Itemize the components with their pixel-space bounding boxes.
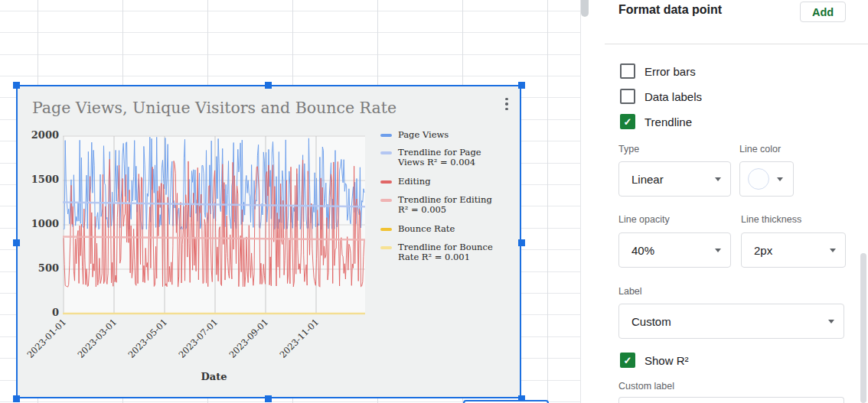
legend-label: Editing <box>398 177 493 187</box>
chart-menu-kebab-icon[interactable] <box>500 94 514 114</box>
legend-item[interactable]: Trendline for Editing R² = 0.005 <box>380 195 493 215</box>
line-thickness-value: 2px <box>754 244 830 257</box>
legend-label: Bounce Rate <box>398 224 493 234</box>
legend-swatch <box>380 246 392 249</box>
trendline-label: Trendline <box>644 115 692 128</box>
error-bars-label: Error bars <box>644 65 696 78</box>
selection-handle[interactable] <box>518 239 525 246</box>
data-labels-checkbox-row[interactable]: Data labels <box>620 89 702 104</box>
legend-swatch <box>380 134 392 137</box>
show-r2-label: Show R² <box>644 354 689 367</box>
line-opacity-dropdown[interactable]: 40% <box>618 232 731 268</box>
selection-handle[interactable] <box>13 239 20 246</box>
selection-handle[interactable] <box>13 395 20 402</box>
line-thickness-field-label: Line thickness <box>741 214 801 225</box>
custom-label-input[interactable] <box>618 397 844 403</box>
data-labels-label: Data labels <box>644 90 702 103</box>
legend-item[interactable]: Page Views <box>380 130 493 140</box>
chart-container[interactable]: Page Views, Unique Visitors and Bounce R… <box>16 85 521 398</box>
type-field-label: Type <box>618 144 639 154</box>
legend-swatch <box>380 199 392 202</box>
selection-handle[interactable] <box>13 82 20 89</box>
line-thickness-dropdown[interactable]: 2px <box>741 232 846 268</box>
x-axis-title: Date <box>63 371 365 382</box>
line-opacity-value: 40% <box>631 244 715 257</box>
selection-handle[interactable] <box>265 395 272 402</box>
custom-label-field-label: Custom label <box>618 381 674 392</box>
label-dropdown[interactable]: Custom <box>618 304 844 339</box>
chevron-down-icon <box>830 249 836 252</box>
legend-label: Trendline for Editing R² = 0.005 <box>398 195 493 215</box>
data-labels-checkbox[interactable] <box>620 89 635 104</box>
legend-swatch <box>380 180 392 184</box>
chevron-down-icon <box>828 320 834 323</box>
error-bars-checkbox-row[interactable]: Error bars <box>620 63 696 79</box>
y-tick-label: 1000 <box>19 218 59 229</box>
chevron-down-icon <box>715 177 721 181</box>
legend-label: Trendline for Page Views R² = 0.004 <box>398 148 493 167</box>
legend-label: Trendline for Bounce Rate R² = 0.001 <box>398 242 493 262</box>
chevron-down-icon <box>715 249 721 252</box>
y-tick-label: 0 <box>19 307 59 318</box>
legend-item[interactable]: Trendline for Page Views R² = 0.004 <box>380 148 493 167</box>
label-field-label: Label <box>618 286 642 297</box>
legend-item[interactable]: Trendline for Bounce Rate R² = 0.001 <box>380 242 493 262</box>
line-opacity-field-label: Line opacity <box>618 214 670 225</box>
trendline-checkbox-row[interactable]: ✓ Trendline <box>620 114 692 129</box>
panel-title: Format data point <box>618 3 722 17</box>
color-swatch-circle <box>748 168 769 190</box>
type-dropdown-value: Linear <box>631 173 715 186</box>
panel-scrollbar-thumb[interactable] <box>860 253 866 403</box>
error-bars-checkbox[interactable] <box>620 63 635 79</box>
y-tick-label: 500 <box>19 262 59 274</box>
trendline-checkbox[interactable]: ✓ <box>620 114 635 129</box>
y-tick-label: 2000 <box>19 129 59 141</box>
chevron-down-icon <box>777 177 783 181</box>
format-panel: Format data point Add Error bars Data la… <box>605 0 868 403</box>
line-color-dropdown[interactable] <box>739 161 794 197</box>
add-button[interactable]: Add <box>800 2 846 22</box>
selection-handle[interactable] <box>265 82 272 89</box>
legend-label: Page Views <box>398 130 493 140</box>
show-r2-checkbox[interactable]: ✓ <box>620 353 635 368</box>
type-dropdown[interactable]: Linear <box>618 161 731 197</box>
legend-item[interactable]: Editing <box>380 177 493 187</box>
panel-divider <box>605 44 868 44</box>
selection-handle[interactable] <box>518 82 525 89</box>
y-tick-label: 1500 <box>19 174 59 185</box>
line-color-field-label: Line color <box>739 144 781 154</box>
label-dropdown-value: Custom <box>631 315 828 328</box>
app-window: Page Views, Unique Visitors and Bounce R… <box>0 0 868 403</box>
show-r2-checkbox-row[interactable]: ✓ Show R² <box>620 353 689 368</box>
sheet-scrollbar-thumb[interactable] <box>581 0 589 17</box>
chart-popup-cutoff[interactable] <box>463 400 549 403</box>
legend-item[interactable]: Bounce Rate <box>380 224 493 234</box>
legend-swatch <box>380 228 392 231</box>
legend-swatch <box>380 151 392 154</box>
